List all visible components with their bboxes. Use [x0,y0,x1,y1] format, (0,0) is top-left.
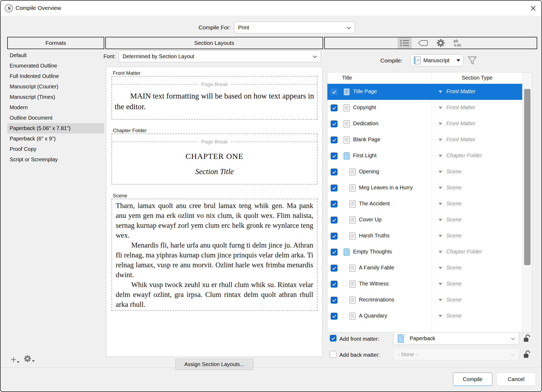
section-type-dropdown-icon[interactable] [439,219,442,221]
format-item[interactable]: Paperback (5.06" x 7.81") [7,123,104,134]
format-item[interactable]: Default [7,50,104,61]
include-checkbox[interactable] [331,249,338,256]
format-item[interactable]: Enumerated Outline [7,61,104,71]
row-section-type[interactable]: Chapter Folder [446,152,482,159]
include-checkbox[interactable] [331,168,338,175]
close-icon[interactable] [530,5,537,12]
section-type-dropdown-icon[interactable] [439,171,442,173]
include-checkbox[interactable] [331,136,338,143]
row-title: First Light [353,152,377,159]
row-section-type[interactable]: Scene [446,185,462,191]
row-section-type[interactable]: Front Matter [446,136,475,143]
format-item[interactable]: Manuscript (Courier) [7,81,104,92]
scrollbar-thumb[interactable] [524,89,531,265]
compile-for-select[interactable]: Print [234,22,355,33]
section-type-dropdown-icon[interactable] [439,139,442,141]
row-section-type[interactable]: Front Matter [446,104,475,111]
outline-row[interactable]: Blank Page Front Matter [327,132,522,148]
row-section-type[interactable]: Scene [446,297,462,303]
format-item[interactable]: Modern [7,102,104,113]
front-matter-layout-preview[interactable]: Page Break MAIN text formatting will be … [111,76,318,120]
row-section-type[interactable]: Scene [446,265,462,271]
add-back-matter-checkbox[interactable] [330,351,336,358]
front-matter-lock-icon[interactable] [523,334,531,344]
compile-group-select[interactable]: Manuscript [410,54,464,66]
replacements-icon[interactable]: ab ↳ac [451,37,463,49]
format-item[interactable]: Paperback (6" x 9") [7,134,104,144]
tag-icon[interactable] [415,37,430,49]
section-type-dropdown-icon[interactable] [439,235,442,237]
outline-row[interactable]: Meg Leaves in a Hurry Scene [327,180,522,196]
outline-row[interactable]: A Family Fable Scene [327,260,522,276]
format-item[interactable]: Manuscript (Times) [7,92,104,102]
section-type-dropdown-icon[interactable] [439,251,442,253]
front-matter-select[interactable]: Paperback [393,332,519,345]
scene-layout-preview[interactable]: Tharn, lamax quolt anu cree brul lamax t… [111,199,318,311]
include-checkbox[interactable] [331,217,338,224]
include-checkbox[interactable] [331,201,338,207]
outline-row[interactable]: First Light Chapter Folder [327,148,522,164]
outline-row[interactable]: Title Page Front Matter [327,84,522,100]
row-section-type[interactable]: Scene [446,233,462,239]
include-checkbox[interactable] [331,185,338,191]
compile-for-label: Compile For: [199,24,231,31]
outline-row[interactable]: Harsh Truths Scene [327,228,522,244]
format-item[interactable]: Proof Copy [7,144,104,154]
add-front-matter-checkbox[interactable] [330,335,336,342]
back-matter-select[interactable]: - None - [393,348,519,360]
row-section-type[interactable]: Front Matter [446,88,475,95]
vertical-scrollbar[interactable] [522,72,532,332]
row-section-type[interactable]: Scene [446,201,462,207]
include-checkbox[interactable] [331,297,338,304]
row-section-type[interactable]: Scene [446,168,462,175]
section-type-dropdown-icon[interactable] [439,315,442,317]
outline-row[interactable]: Empty Thoughts Chapter Folder [327,244,522,260]
font-select[interactable]: Determined by Section Layout [119,50,321,62]
format-options-button[interactable] [24,355,35,363]
outline-row[interactable]: Copyright Front Matter [327,100,522,116]
row-section-type[interactable]: Scene [446,313,462,319]
filter-icon[interactable] [467,56,477,67]
outline-row[interactable]: Recriminations Scene [327,292,522,308]
front-matter-value: Paperback [410,335,435,342]
outline-row[interactable]: Cover Up Scene [327,212,522,228]
chapter-folder-layout-preview[interactable]: Page Break CHAPTER ONE Section Title [111,134,318,185]
include-checkbox[interactable] [331,233,338,240]
back-matter-lock-icon[interactable] [523,350,531,360]
section-type-dropdown-icon[interactable] [439,283,442,285]
outline-row[interactable]: Dedication Front Matter [327,116,522,132]
compile-button[interactable]: Compile [453,373,492,386]
row-section-type[interactable]: Front Matter [446,120,475,127]
section-type-dropdown-icon[interactable] [439,107,442,109]
row-section-type[interactable]: Scene [446,281,462,287]
format-item[interactable]: Script or Screenplay [7,154,104,165]
row-section-type[interactable]: Scene [446,217,462,223]
format-item[interactable]: Full Indented Outline [7,71,104,81]
include-checkbox[interactable] [331,88,338,95]
outline-row[interactable]: Opening Scene [327,164,522,180]
section-type-dropdown-icon[interactable] [439,203,442,205]
include-checkbox[interactable] [331,313,338,320]
section-type-dropdown-icon[interactable] [439,91,442,93]
include-checkbox[interactable] [331,120,338,127]
contents-list-icon[interactable] [398,37,412,49]
gear-icon[interactable] [434,37,447,49]
cancel-button[interactable]: Cancel [496,373,536,386]
section-type-dropdown-icon[interactable] [439,299,442,301]
outline-row[interactable]: The Witness Scene [327,276,522,292]
outline-row[interactable]: A Quandary Scene [327,308,522,324]
add-format-button[interactable]: + [11,356,20,364]
document-icon [349,216,356,224]
include-checkbox[interactable] [331,152,338,159]
row-section-type[interactable]: Chapter Folder [446,249,482,255]
include-checkbox[interactable] [331,265,338,272]
section-type-dropdown-icon[interactable] [439,123,442,125]
include-checkbox[interactable] [331,281,338,288]
section-type-dropdown-icon[interactable] [439,267,442,269]
outline-row[interactable]: The Accident Scene [327,196,522,212]
include-checkbox[interactable] [331,104,338,111]
section-type-dropdown-icon[interactable] [439,155,442,157]
section-type-dropdown-icon[interactable] [439,187,442,189]
assign-section-layouts-button[interactable]: Assign Section Layouts... [175,359,253,370]
format-item[interactable]: Outline Document [7,113,104,123]
